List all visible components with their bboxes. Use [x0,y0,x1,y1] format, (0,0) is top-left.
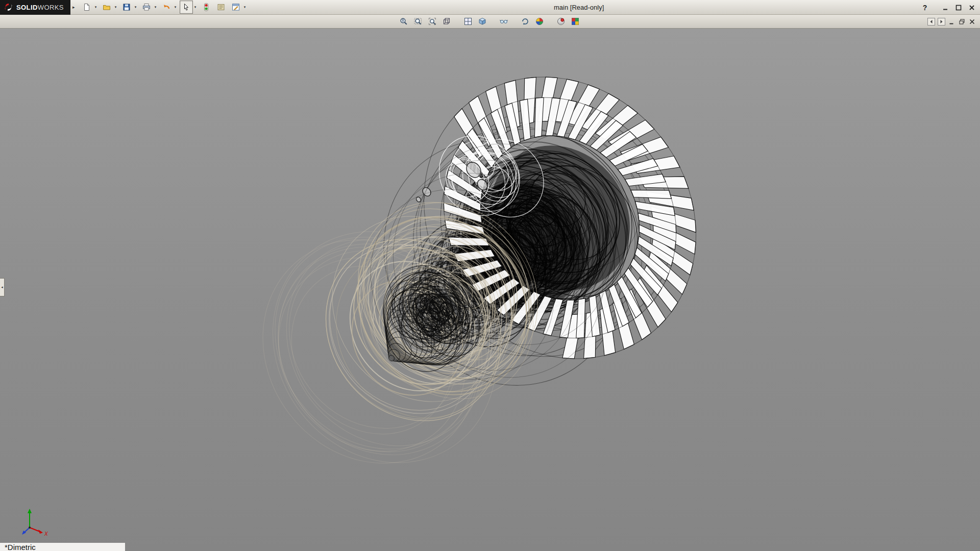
undo-button[interactable] [160,1,173,14]
sketch-sheet-icon [232,3,240,11]
next-window-icon [938,18,945,26]
help-button[interactable]: ? [920,3,930,13]
hide-show-items-button[interactable] [497,15,510,28]
open-group: ▾ [100,1,118,14]
rebuild-group [200,1,213,14]
rotate-view-group [519,15,531,28]
shaded-cube-icon [478,17,486,26]
main-toolbar: ▾▾▾▾▾▾▾ [80,0,249,14]
standard-views-group [461,15,474,28]
solidworks-logo: SOLIDWORKS [0,0,70,15]
select-dropdown-arrow-icon[interactable]: ▾ [193,1,198,13]
orientation-text: *Dimetric [5,543,36,551]
zoom-in-out-button[interactable] [397,15,410,28]
render-sphere-icon [557,17,565,26]
new-doc-icon [83,3,91,11]
help-icon: ? [923,4,927,12]
hide-show-items-group [497,15,510,28]
rebuild-button[interactable] [200,1,213,14]
y-axis-arrowhead [28,509,32,513]
prev-window-icon [927,18,935,26]
next-view-button[interactable] [937,18,945,26]
options-button[interactable] [214,1,228,14]
graphics-viewport[interactable]: X ◂ *Dimetric [0,29,980,551]
engine-wireframe-model [0,29,980,551]
rebuild-stoplight-icon [202,3,210,11]
edit-appearance-group [569,15,581,28]
orientation-triad: X [9,501,50,542]
zoom-area-icon [428,17,436,26]
x-axis-label: X [44,531,48,537]
sketch-group: ▾ [229,1,248,14]
restore-document-button[interactable] [958,18,966,26]
view-orientation-button[interactable] [440,15,453,28]
select-button[interactable] [180,1,193,14]
new-document-dropdown-arrow-icon[interactable]: ▾ [93,1,99,13]
print-dropdown-arrow-icon[interactable]: ▾ [153,1,158,13]
zoom-in-out-icon [400,17,408,26]
minimize-button[interactable] [940,3,950,13]
standard-views-button[interactable] [461,15,474,28]
titlebar: SOLIDWORKS ▸ ▾▾▾▾▾▾▾ main [Read-only] ? [0,0,980,15]
apply-scene-button[interactable] [533,15,546,28]
restore-doc-icon [959,18,965,25]
scene-ball-icon [535,17,544,26]
new-document-group: ▾ [80,1,99,14]
view-cube-icon [443,17,451,26]
select-arrow-icon [182,3,190,11]
view-toolbar-row [0,15,980,29]
select-group: ▾ [180,1,198,14]
close-document-button[interactable] [968,18,976,26]
minimize-doc-icon [948,18,955,25]
minimize-document-button[interactable] [947,18,955,26]
brand-light: WORKS [38,4,64,11]
edit-appearance-button[interactable] [569,15,581,28]
zoom-to-fit-button[interactable] [411,15,424,28]
undo-group: ▾ [160,1,178,14]
zoom-to-area-button[interactable] [426,15,438,28]
document-window-controls [927,15,976,29]
open-folder-icon [103,3,111,11]
menu-expand-arrow-icon[interactable]: ▸ [72,5,75,10]
maximize-button[interactable] [953,3,964,13]
new-document-button[interactable] [80,1,93,14]
sketch-dropdown-arrow-icon[interactable]: ▾ [242,1,248,13]
options-notebook-icon [217,3,225,11]
triad-origin [29,527,31,529]
close-button[interactable] [967,3,977,13]
print-icon [142,3,151,11]
display-style-group [476,15,488,28]
undo-icon [162,3,170,11]
zoom-to-fit-group [411,15,424,28]
zoom-in-out-group [397,15,410,28]
open-button[interactable] [100,1,113,14]
solidworks-window: SOLIDWORKS ▸ ▾▾▾▾▾▾▾ main [Read-only] ? … [0,0,980,551]
previous-view-button[interactable] [927,18,935,26]
open-dropdown-arrow-icon[interactable]: ▾ [113,1,118,13]
options-group [214,1,228,14]
save-dropdown-arrow-icon[interactable]: ▾ [133,1,138,13]
view-settings-button[interactable] [554,15,567,28]
close-doc-icon [969,18,975,25]
view-settings-group [554,15,567,28]
zoom-fit-icon [414,17,422,26]
orientation-label: *Dimetric [0,543,125,551]
undo-dropdown-arrow-icon[interactable]: ▾ [173,1,178,13]
maximize-icon [955,4,962,11]
feature-panel-collapse-tab[interactable]: ◂ [0,278,5,296]
print-button[interactable] [140,1,153,14]
view-orientation-group [440,15,453,28]
sketch-button[interactable] [229,1,242,14]
view-toolbar [397,15,583,28]
rotate-view-button[interactable] [519,15,531,28]
save-icon [122,3,131,11]
titlebar-controls: ? [920,0,977,15]
rotate-arrows-icon [521,17,529,26]
save-button[interactable] [120,1,133,14]
minimize-icon [942,4,949,11]
dassault-systemes-icon [4,3,14,12]
display-style-button[interactable] [476,15,488,28]
brand-bold: SOLID [16,4,38,11]
close-icon [968,4,975,11]
print-group: ▾ [140,1,158,14]
